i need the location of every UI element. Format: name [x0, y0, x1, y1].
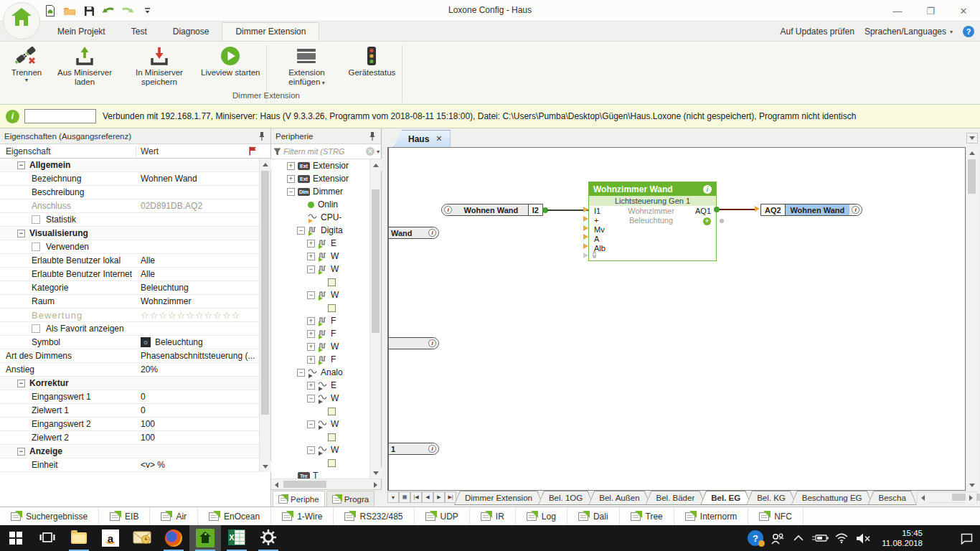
canvas-scrollbar[interactable]: [966, 147, 977, 491]
dock-item-udp[interactable]: UDP: [415, 507, 470, 525]
chevron-up-icon[interactable]: [788, 525, 809, 551]
properties-scrollbar[interactable]: [259, 159, 270, 472]
filter-clear-icon[interactable]: ✕: [366, 147, 374, 156]
tree-item-dimmer[interactable]: −DimDimmer: [271, 185, 370, 198]
block-input-mv[interactable]: Mv: [594, 225, 606, 235]
property-value[interactable]: 0: [136, 404, 259, 417]
wire-output[interactable]: [720, 209, 755, 210]
filter-input[interactable]: [283, 147, 364, 156]
dock-item-internorm[interactable]: Internorm: [674, 507, 748, 525]
column-wert[interactable]: Wert: [136, 146, 248, 156]
property-row-eingangswert-2[interactable]: Eingangswert 2100: [0, 418, 259, 431]
property-row-anstieg[interactable]: Anstieg20%: [0, 363, 259, 377]
periphery-tab-progra[interactable]: Progra: [326, 491, 375, 507]
tree-item-digita[interactable]: −Digita: [271, 224, 370, 237]
tree-item[interactable]: [271, 301, 370, 314]
property-value[interactable]: Beleuchtung: [136, 281, 259, 294]
add-output-icon[interactable]: +: [703, 217, 711, 225]
tree-hscrollbar[interactable]: [271, 479, 381, 489]
action-center-icon[interactable]: [953, 525, 980, 551]
taskbar-file-explorer[interactable]: [63, 525, 95, 551]
expand-icon[interactable]: +: [307, 343, 315, 351]
tree-item-t[interactable]: TreT: [271, 469, 370, 479]
property-value[interactable]: Wohnen Wand: [136, 172, 259, 185]
aq1-node[interactable]: [714, 207, 720, 212]
add-input-icon[interactable]: +: [593, 251, 596, 258]
collapse-icon[interactable]: −: [297, 369, 305, 377]
tree-item-cpu[interactable]: CPU-: [271, 211, 370, 224]
expand-icon[interactable]: +: [307, 330, 315, 338]
checkbox[interactable]: [32, 324, 40, 333]
property-row-verwenden[interactable]: Verwenden: [0, 240, 259, 254]
languages-menu[interactable]: Sprachen/Languages ▾: [864, 27, 953, 37]
output-ref-arrow[interactable]: [755, 206, 760, 212]
collapse-icon[interactable]: −: [307, 446, 315, 454]
dock-item-ir[interactable]: IR: [470, 507, 516, 525]
pin-icon[interactable]: [368, 131, 377, 141]
dock-item-enocean[interactable]: EnOcean: [198, 507, 271, 525]
property-group-visualisierung[interactable]: −Visualisierung: [0, 227, 259, 240]
taskbar-task-view[interactable]: [32, 525, 63, 551]
symbol-icon[interactable]: ☼: [141, 337, 151, 347]
page-tab-beschattung-eg[interactable]: Beschattung EG: [791, 491, 873, 505]
property-value[interactable]: 100: [136, 431, 259, 444]
tree-item-w[interactable]: −W: [271, 443, 370, 456]
input-arrow-i1[interactable]: [583, 207, 588, 212]
collapse-icon[interactable]: −: [307, 395, 315, 402]
input-arrow-mv[interactable]: [583, 225, 588, 231]
volume-muted-icon[interactable]: [852, 525, 874, 551]
home-button[interactable]: [3, 2, 40, 39]
taskbar-clock[interactable]: 15:45 11.08.2018: [874, 525, 925, 551]
tree-item-f[interactable]: +F: [271, 314, 370, 327]
tree-item-w[interactable]: −W: [271, 392, 370, 405]
taskbar-firefox[interactable]: [158, 525, 189, 551]
pin-icon[interactable]: [258, 131, 266, 141]
collapse-icon[interactable]: −: [17, 230, 25, 237]
property-row-symbol[interactable]: Symbol☼Beleuchtung: [0, 336, 259, 349]
tree-item[interactable]: [271, 405, 370, 418]
periphery-tab-periphe[interactable]: Periphe: [273, 491, 325, 507]
property-row-erlaubte-benutzer-internet[interactable]: Erlaubte Benutzer InternetAlle: [0, 268, 259, 281]
tree-scrollbar[interactable]: [369, 159, 381, 479]
input-arrow-add[interactable]: [583, 253, 588, 258]
property-value[interactable]: [136, 186, 259, 199]
help-icon[interactable]: ?: [745, 525, 766, 551]
tree-item-extensior[interactable]: +ExtExtensior: [271, 172, 370, 185]
expand-icon[interactable]: +: [287, 162, 295, 170]
dock-item-rs232-485[interactable]: RS232/485: [334, 507, 414, 525]
property-value[interactable]: Wohnzimmer: [136, 295, 259, 308]
ribbon-button-liveview-starten[interactable]: Liveview starten: [197, 44, 264, 77]
property-row-statistik[interactable]: Statistik: [0, 213, 259, 227]
menu-tab-diagnose[interactable]: Diagnose: [160, 23, 222, 41]
taskbar-loxone-config[interactable]: [189, 525, 221, 551]
collapse-icon[interactable]: −: [17, 448, 25, 456]
dock-item-eib[interactable]: EIB: [99, 507, 150, 525]
collapse-icon[interactable]: −: [307, 265, 315, 273]
ribbon-button-trennen[interactable]: Trennen▾: [6, 44, 47, 83]
property-value[interactable]: <v> %: [136, 458, 259, 471]
property-group-anzeige[interactable]: −Anzeige: [0, 445, 259, 458]
tab-haus[interactable]: Haus ✕: [393, 130, 451, 147]
collapse-icon[interactable]: −: [287, 188, 295, 196]
property-value[interactable]: 100: [136, 418, 259, 430]
tree-item-w[interactable]: +W: [271, 250, 370, 263]
first-page-button[interactable]: |◀: [410, 491, 422, 503]
minimize-button[interactable]: —: [881, 0, 914, 22]
property-value[interactable]: [136, 159, 259, 171]
tree-item-w[interactable]: −W: [271, 288, 370, 301]
tree-item-f[interactable]: +F: [271, 327, 370, 340]
dock-item-air[interactable]: Air: [150, 507, 198, 525]
wire-input[interactable]: [547, 209, 588, 211]
last-page-button[interactable]: ▶|: [445, 491, 456, 503]
ribbon-button-extension-einf-gen[interactable]: Extension einfügen ▾: [269, 44, 344, 88]
output-reference-block[interactable]: AQ2 Wohnen Wand i: [760, 204, 862, 216]
tree-item-extensior[interactable]: +ExtExtensior: [271, 159, 370, 172]
collapse-icon[interactable]: −: [307, 420, 315, 428]
property-row-als-favorit-anzeigen[interactable]: Als Favorit anzeigen: [0, 322, 259, 336]
property-value[interactable]: Alle: [136, 268, 259, 281]
page-tab-bel-au-en[interactable]: Bel. Außen: [588, 491, 650, 505]
rating-stars[interactable]: ☆☆☆☆☆☆☆☆☆☆☆: [141, 310, 240, 321]
collapse-icon[interactable]: −: [307, 291, 315, 299]
property-value[interactable]: [136, 377, 259, 390]
menu-tab-test[interactable]: Test: [118, 23, 160, 41]
